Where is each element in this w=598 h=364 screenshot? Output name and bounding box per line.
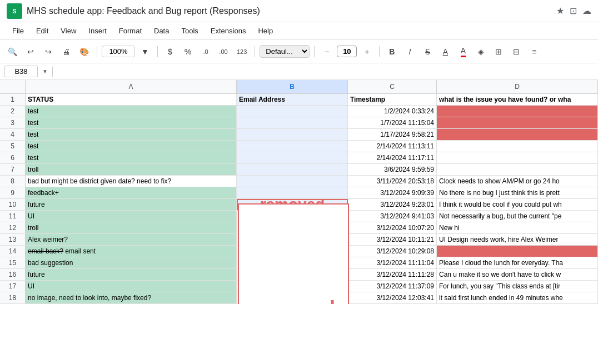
- folder-icon[interactable]: ⊡: [570, 6, 577, 16]
- bold-button[interactable]: B: [384, 44, 400, 59]
- cell-d11[interactable]: Not necessarily a bug, but the current "…: [437, 211, 598, 222]
- cell-a14[interactable]: email back? email sent: [26, 246, 237, 257]
- cell-c7[interactable]: 3/6/2024 9:59:59: [348, 164, 437, 175]
- search-button[interactable]: 🔍: [4, 44, 21, 59]
- menu-insert[interactable]: Insert: [83, 24, 112, 37]
- cell-d12[interactable]: New hi: [437, 222, 598, 233]
- cell-a1[interactable]: STATUS: [26, 94, 237, 105]
- cell-b3[interactable]: [237, 117, 348, 128]
- redo-button[interactable]: ↪: [41, 44, 56, 59]
- cell-c5[interactable]: 2/14/2024 11:13:11: [348, 141, 437, 152]
- cell-d5[interactable]: [437, 141, 598, 152]
- col-header-d[interactable]: D: [437, 80, 598, 93]
- cell-b6[interactable]: [237, 152, 348, 163]
- text-color-button[interactable]: A: [455, 44, 471, 59]
- cell-b2[interactable]: [237, 106, 348, 117]
- cell-d18[interactable]: it said first lunch ended in 49 minutes …: [437, 292, 598, 303]
- percent-button[interactable]: %: [180, 44, 196, 59]
- menu-data[interactable]: Data: [148, 24, 175, 37]
- strikethrough-button[interactable]: S̶: [420, 44, 435, 59]
- cell-a13[interactable]: Alex weimer?: [26, 234, 237, 245]
- align-button[interactable]: ≡: [526, 44, 542, 59]
- cell-d4[interactable]: [437, 129, 598, 140]
- menu-file[interactable]: File: [7, 24, 29, 37]
- cell-c2[interactable]: 1/2/2024 0:33:24: [348, 106, 437, 117]
- cell-c1[interactable]: Timestamp: [348, 94, 437, 105]
- cell-a16[interactable]: future: [26, 269, 237, 280]
- cell-a6[interactable]: test: [26, 152, 237, 163]
- cell-b9[interactable]: [237, 187, 348, 198]
- cell-d14[interactable]: [437, 246, 598, 257]
- cell-c3[interactable]: 1/7/2024 11:15:04: [348, 117, 437, 128]
- cell-a4[interactable]: test: [26, 129, 237, 140]
- star-icon[interactable]: ★: [556, 6, 564, 16]
- font-size-increase-button[interactable]: +: [359, 44, 375, 59]
- cell-a3[interactable]: test: [26, 117, 237, 128]
- cell-d1[interactable]: what is the issue you have found? or wha: [437, 94, 598, 105]
- menu-tools[interactable]: Tools: [176, 24, 203, 37]
- cell-d13[interactable]: UI Design needs work, hire Alex Weimer: [437, 234, 598, 245]
- font-size-input[interactable]: [337, 46, 357, 57]
- font-size-decrease-button[interactable]: −: [319, 44, 335, 59]
- cell-a5[interactable]: test: [26, 141, 237, 152]
- cell-d15[interactable]: Please I cloud the lunch for everyday. T…: [437, 257, 598, 268]
- cell-c15[interactable]: 3/12/2024 11:11:04: [348, 257, 437, 268]
- decimal-decrease-button[interactable]: .0: [198, 44, 213, 59]
- cell-d7[interactable]: [437, 164, 598, 175]
- cell-d3[interactable]: [437, 117, 598, 128]
- cell-c18[interactable]: 3/12/2024 12:03:41: [348, 292, 437, 303]
- cell-a12[interactable]: troll: [26, 222, 237, 233]
- cell-b1[interactable]: Email Address: [237, 94, 348, 105]
- paint-format-button[interactable]: 🎨: [76, 44, 92, 59]
- cell-ref-dropdown-icon[interactable]: ▼: [42, 68, 48, 74]
- cell-c14[interactable]: 3/12/2024 10:29:08: [348, 246, 437, 257]
- cell-d10[interactable]: I think it would be cool if you could pu…: [437, 199, 598, 210]
- decimal-increase-button[interactable]: .00: [216, 44, 231, 59]
- cell-a8[interactable]: bad but might be district given date? ne…: [26, 176, 237, 187]
- merge-button[interactable]: ⊟: [509, 44, 524, 59]
- currency-button[interactable]: $: [162, 44, 178, 59]
- formula-input[interactable]: [57, 67, 594, 76]
- cell-b7[interactable]: [237, 164, 348, 175]
- fill-color-button[interactable]: ◈: [473, 44, 489, 59]
- zoom-dropdown-button[interactable]: ▼: [137, 44, 153, 59]
- cell-c6[interactable]: 2/14/2024 11:17:11: [348, 152, 437, 163]
- cell-b8[interactable]: [237, 176, 348, 187]
- cell-b4[interactable]: [237, 129, 348, 140]
- cell-c4[interactable]: 1/17/2024 9:58:21: [348, 129, 437, 140]
- col-header-b[interactable]: B: [237, 80, 348, 93]
- number-format-button[interactable]: 123: [233, 44, 250, 59]
- borders-button[interactable]: ⊞: [491, 44, 506, 59]
- italic-button[interactable]: I: [402, 44, 417, 59]
- undo-button[interactable]: ↩: [23, 44, 38, 59]
- cell-c13[interactable]: 3/12/2024 10:11:21: [348, 234, 437, 245]
- cell-c16[interactable]: 3/12/2024 11:11:28: [348, 269, 437, 280]
- col-header-a[interactable]: A: [26, 80, 237, 93]
- cell-c12[interactable]: 3/12/2024 10:07:20: [348, 222, 437, 233]
- cell-a15[interactable]: bad suggestion: [26, 257, 237, 268]
- cloud-icon[interactable]: ☁: [582, 6, 591, 16]
- cell-d16[interactable]: Can u make it so we don't have to click …: [437, 269, 598, 280]
- print-button[interactable]: 🖨: [58, 44, 74, 59]
- cell-a7[interactable]: troll: [26, 164, 237, 175]
- cell-d2[interactable]: [437, 106, 598, 117]
- cell-a17[interactable]: UI: [26, 281, 237, 292]
- cell-a9[interactable]: feedback+: [26, 187, 237, 198]
- menu-edit[interactable]: Edit: [31, 24, 54, 37]
- cell-c10[interactable]: 3/12/2024 9:23:01: [348, 199, 437, 210]
- menu-view[interactable]: View: [55, 24, 82, 37]
- cell-d8[interactable]: Clock needs to show AM/PM or go 24 ho: [437, 176, 598, 187]
- col-header-c[interactable]: C: [348, 80, 437, 93]
- cell-d6[interactable]: [437, 152, 598, 163]
- cell-a2[interactable]: test: [26, 106, 237, 117]
- cell-b5[interactable]: [237, 141, 348, 152]
- cell-c17[interactable]: 3/12/2024 11:37:09: [348, 281, 437, 292]
- cell-a10[interactable]: future: [26, 199, 237, 210]
- underline-button[interactable]: A: [437, 44, 453, 59]
- cell-d17[interactable]: For lunch, you say "This class ends at […: [437, 281, 598, 292]
- cell-c8[interactable]: 3/11/2024 20:53:18: [348, 176, 437, 187]
- cell-d9[interactable]: No there is no bug I just think this is …: [437, 187, 598, 198]
- zoom-input[interactable]: [102, 46, 135, 57]
- menu-help[interactable]: Help: [252, 24, 278, 37]
- cell-reference-input[interactable]: [4, 66, 38, 77]
